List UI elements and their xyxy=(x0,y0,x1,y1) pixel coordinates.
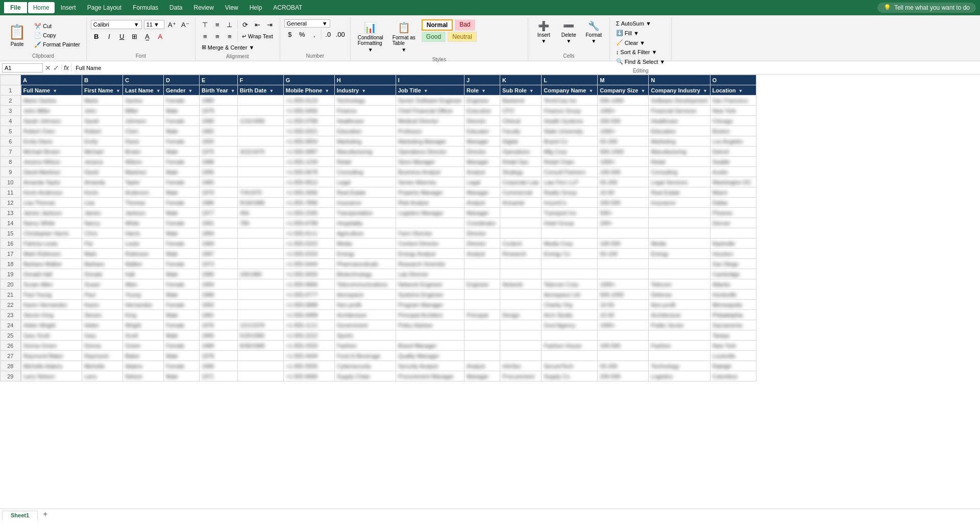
cell-5-10[interactable]: Operations xyxy=(500,147,542,157)
cell-2-12[interactable]: 200-500 xyxy=(598,116,649,126)
indent-decrease-button[interactable]: ⇤ xyxy=(252,19,263,30)
cell-9-5[interactable]: 7/4/1970 xyxy=(237,187,283,198)
view-menu-item[interactable]: View xyxy=(220,2,243,13)
cell-9-7[interactable]: Real Estate xyxy=(334,187,396,198)
cell-21-9[interactable]: Principal xyxy=(464,310,500,320)
cell-23-3[interactable]: Male xyxy=(164,330,200,341)
cell-19-0[interactable]: Paul Young xyxy=(21,290,82,300)
cell-17-2[interactable]: Hall xyxy=(123,269,164,279)
cell-11-14[interactable]: Phoenix xyxy=(710,208,756,218)
home-menu-item[interactable]: Home xyxy=(28,2,55,13)
header-company-size[interactable]: Company Size ▼ xyxy=(598,85,649,95)
cell-26-1[interactable]: Michelle xyxy=(82,361,123,371)
cell-13-13[interactable] xyxy=(649,228,710,238)
cell-11-11[interactable]: Transport Inc xyxy=(542,208,598,218)
cell-13-9[interactable]: Director xyxy=(464,228,500,238)
cell-5-13[interactable]: Manufacturing xyxy=(649,147,710,157)
wrap-text-button[interactable]: ↵ Wrap Text xyxy=(240,31,275,41)
cell-23-2[interactable]: Scott xyxy=(123,330,164,341)
cell-4-9[interactable]: Manager xyxy=(464,136,500,147)
cell-0-14[interactable]: San Francisco xyxy=(710,95,756,106)
cancel-formula-icon[interactable]: ✕ xyxy=(45,64,51,72)
cell-24-0[interactable]: Donna Green xyxy=(21,341,82,351)
col-header-K[interactable]: K xyxy=(500,75,542,85)
cell-18-1[interactable]: Susan xyxy=(82,279,123,290)
cell-12-6[interactable]: +1-555-6789 xyxy=(283,218,334,228)
cell-6-14[interactable]: Seattle xyxy=(710,157,756,167)
cell-25-6[interactable]: +1-555-4444 xyxy=(283,351,334,361)
cell-4-1[interactable]: Emily xyxy=(82,136,123,147)
cell-21-14[interactable]: Philadelphia xyxy=(710,310,756,320)
cell-12-1[interactable]: Nancy xyxy=(82,218,123,228)
cell-15-3[interactable]: Male xyxy=(164,249,200,259)
fill-button[interactable]: ⬇️ Fill ▼ xyxy=(614,29,641,37)
cell-16-4[interactable]: 1973 xyxy=(200,259,238,269)
merge-center-button[interactable]: ⊞ Merge & Center ▼ xyxy=(200,43,257,52)
table-row[interactable]: 15Christopher HarrisChrisHarrisMale1984+… xyxy=(1,228,756,238)
col-header-O[interactable]: O xyxy=(710,75,756,85)
cell-10-9[interactable]: Analyst xyxy=(464,198,500,208)
cell-15-13[interactable]: Energy xyxy=(649,249,710,259)
table-row[interactable]: 25Gary ScottGaryScottMale19655/25/1965+1… xyxy=(1,330,756,341)
cell-13-8[interactable]: Farm Director xyxy=(396,228,464,238)
cell-20-0[interactable]: Karen Hernandez xyxy=(21,300,82,310)
cell-18-10[interactable]: Network xyxy=(500,279,542,290)
cell-20-7[interactable]: Non-profit xyxy=(334,300,396,310)
cell-19-4[interactable]: 1968 xyxy=(200,290,238,300)
cell-16-11[interactable] xyxy=(542,259,598,269)
cell-22-10[interactable] xyxy=(500,320,542,330)
table-row[interactable]: 2Marie SantosMarieSantosFemale1985+1-555… xyxy=(1,95,756,106)
cell-23-8[interactable] xyxy=(396,330,464,341)
cell-13-10[interactable] xyxy=(500,228,542,238)
cell-17-9[interactable] xyxy=(464,269,500,279)
cell-26-11[interactable]: SecureTech xyxy=(542,361,598,371)
cell-6-2[interactable]: Wilson xyxy=(123,157,164,167)
bad-style-button[interactable]: Bad xyxy=(455,19,475,31)
cell-13-6[interactable]: +1-555-0111 xyxy=(283,228,334,238)
cell-10-6[interactable]: +1-555-7890 xyxy=(283,198,334,208)
cell-23-0[interactable]: Gary Scott xyxy=(21,330,82,341)
cell-6-3[interactable]: Female xyxy=(164,157,200,167)
cell-4-7[interactable]: Marketing xyxy=(334,136,396,147)
orientation-button[interactable]: ⟳ xyxy=(240,19,251,30)
cell-2-8[interactable]: Medical Director xyxy=(396,116,464,126)
cell-21-0[interactable]: Steven King xyxy=(21,310,82,320)
cell-4-0[interactable]: Emily Davis xyxy=(21,136,82,147)
cell-23-14[interactable]: Tampa xyxy=(710,330,756,341)
cell-18-6[interactable]: +1-555-0666 xyxy=(283,279,334,290)
cell-15-12[interactable]: 50-100 xyxy=(598,249,649,259)
cut-button[interactable]: ✂️ Cut xyxy=(32,22,82,31)
insert-cells-button[interactable]: ➕ Insert ▼ xyxy=(532,19,555,45)
confirm-formula-icon[interactable]: ✓ xyxy=(53,64,59,72)
cell-16-10[interactable] xyxy=(500,259,542,269)
cell-20-10[interactable] xyxy=(500,300,542,310)
header-sub-role[interactable]: Sub Role ▼ xyxy=(500,85,542,95)
cell-23-11[interactable] xyxy=(542,330,598,341)
cell-16-13[interactable] xyxy=(649,259,710,269)
cell-15-11[interactable]: Energy Co xyxy=(542,249,598,259)
cell-21-5[interactable] xyxy=(237,310,283,320)
cell-26-13[interactable]: Technology xyxy=(649,361,710,371)
cell-19-9[interactable] xyxy=(464,290,500,300)
sort-filter-button[interactable]: ↕️ Sort & Filter ▼ xyxy=(614,48,659,56)
cell-3-9[interactable]: Educator xyxy=(464,126,500,136)
col-header-D[interactable]: D xyxy=(164,75,200,85)
cell-4-10[interactable]: Digital xyxy=(500,136,542,147)
col-header-C[interactable]: C xyxy=(123,75,164,85)
header-last-name[interactable]: Last Name ▼ xyxy=(123,85,164,95)
cell-14-12[interactable]: 100-500 xyxy=(598,238,649,249)
cell-11-12[interactable]: 500+ xyxy=(598,208,649,218)
cell-25-7[interactable]: Food & Beverage xyxy=(334,351,396,361)
cell-3-13[interactable]: Education xyxy=(649,126,710,136)
cell-0-2[interactable]: Santos xyxy=(123,95,164,106)
cell-2-4[interactable]: 1990 xyxy=(200,116,238,126)
cell-11-3[interactable]: Male xyxy=(164,208,200,218)
cell-11-0[interactable]: James Jackson xyxy=(21,208,82,218)
cell-20-9[interactable] xyxy=(464,300,500,310)
table-row[interactable]: 26Donna GreenDonnaGreenFemale19898/30/19… xyxy=(1,341,756,351)
cell-9-4[interactable]: 1970 xyxy=(200,187,238,198)
cell-15-10[interactable]: Research xyxy=(500,249,542,259)
cell-19-12[interactable]: 500-1000 xyxy=(598,290,649,300)
cell-9-0[interactable]: Kevin Anderson xyxy=(21,187,82,198)
cell-21-11[interactable]: Arch Studio xyxy=(542,310,598,320)
